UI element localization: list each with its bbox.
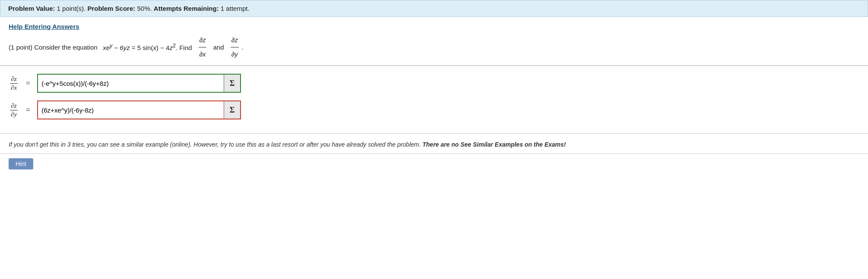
answer-label-2: ∂z ∂y bbox=[9, 102, 19, 118]
answer-row-2: ∂z ∂y = Σ bbox=[9, 100, 859, 119]
and-text: and bbox=[213, 41, 224, 54]
ans1-num: ∂z bbox=[10, 75, 17, 84]
footnote-text-bold: There are no See Similar Examples on the… bbox=[422, 141, 566, 148]
answer-container-2: Σ bbox=[37, 100, 241, 119]
problem-banner: Problem Value: 1 point(s). Problem Score… bbox=[0, 0, 868, 17]
dz-dx-fraction: ∂z ∂x bbox=[199, 34, 207, 61]
answer-frac-2: ∂z ∂y bbox=[10, 102, 18, 118]
attempts-remaining-label: Attempts Remaining: bbox=[154, 5, 219, 12]
dz-dy-numerator: ∂z bbox=[231, 34, 239, 47]
dz-dx-denominator: ∂x bbox=[199, 47, 207, 61]
equation-text: xey − 6yz = 5 sin(x) − 4z2. Find bbox=[103, 41, 192, 54]
hint-section: Hint bbox=[0, 154, 868, 174]
footnote-text-main: If you don't get this in 3 tries, you ca… bbox=[9, 141, 421, 148]
ans2-den: ∂y bbox=[10, 110, 18, 118]
problem-prefix: (1 point) Consider the equation bbox=[9, 41, 98, 54]
sigma-button-2[interactable]: Σ bbox=[224, 101, 240, 119]
equals-2: = bbox=[26, 106, 30, 115]
attempts-value: 1 attempt. bbox=[221, 5, 250, 12]
equals-1: = bbox=[26, 79, 30, 88]
dz-dy-denominator: ∂y bbox=[231, 47, 239, 61]
sigma-button-1[interactable]: Σ bbox=[224, 75, 240, 92]
problem-score-label: Problem Score: bbox=[87, 5, 135, 12]
answer-frac-1: ∂z ∂x bbox=[10, 75, 18, 91]
ans2-num: ∂z bbox=[10, 102, 17, 110]
hint-button[interactable]: Hint bbox=[9, 158, 33, 169]
footnote-paragraph: If you don't get this in 3 tries, you ca… bbox=[9, 140, 859, 149]
ans1-den: ∂x bbox=[10, 84, 18, 91]
answer-container-1: Σ bbox=[37, 74, 241, 93]
dz-dy-fraction: ∂z ∂y bbox=[231, 34, 239, 61]
answer-section: ∂z ∂x = Σ ∂z ∂y = Σ bbox=[0, 66, 868, 134]
answer-row-1: ∂z ∂x = Σ bbox=[9, 74, 859, 93]
problem-period: . bbox=[242, 41, 244, 54]
problem-value: 1 point(s). bbox=[57, 5, 86, 12]
problem-score: 50%. bbox=[137, 5, 152, 12]
help-entering-answers-link[interactable]: Help Entering Answers bbox=[9, 23, 859, 30]
problem-content: Help Entering Answers (1 point) Consider… bbox=[0, 17, 868, 66]
answer-label-1: ∂z ∂x bbox=[9, 75, 19, 91]
answer-input-2[interactable] bbox=[38, 101, 224, 119]
problem-statement: (1 point) Consider the equation xey − 6y… bbox=[9, 34, 859, 61]
dz-dx-numerator: ∂z bbox=[199, 34, 207, 47]
footnote-section: If you don't get this in 3 tries, you ca… bbox=[0, 134, 868, 154]
problem-value-label: Problem Value: bbox=[8, 5, 55, 12]
answer-input-1[interactable] bbox=[38, 75, 224, 92]
